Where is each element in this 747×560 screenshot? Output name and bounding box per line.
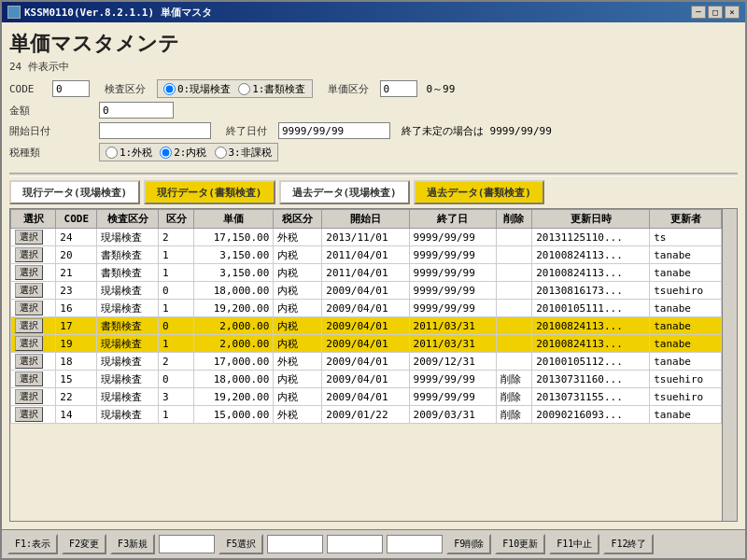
fn-btn-1[interactable]: F2変更 [62, 534, 106, 554]
cell-select[interactable]: 選択 [11, 300, 56, 317]
fn-input-6[interactable] [327, 535, 383, 553]
cell-shuryo: 9999/99/99 [409, 229, 496, 246]
cell-tanka: 3,150.00 [194, 264, 274, 282]
form-row-4: 税種類 1:外税 2:内税 3:非課税 [9, 143, 738, 161]
th-選択: 選択 [11, 210, 56, 229]
select-button-7[interactable]: 選択 [15, 354, 43, 369]
cell-kensa: 現場検査 [97, 229, 159, 246]
fn-btn-4[interactable]: F5選択 [218, 534, 263, 554]
cell-sakujo [496, 229, 531, 246]
zei-radio-1[interactable]: 1:外税 [106, 146, 152, 160]
fn-btn-11[interactable]: F12終了 [603, 534, 654, 554]
cell-koushin: 20100105112... [532, 353, 650, 371]
fn-input-7[interactable] [387, 535, 443, 553]
fn-input-3[interactable] [159, 535, 215, 553]
kinnaku-input[interactable] [99, 102, 174, 119]
select-button-4[interactable]: 選択 [15, 301, 43, 315]
maximize-button[interactable]: □ [708, 6, 723, 19]
cell-kensa: 現場検査 [97, 282, 159, 300]
cell-select[interactable]: 選択 [11, 388, 56, 406]
action-btn-3[interactable]: 過去データ(書類検査) [414, 180, 544, 204]
action-btn-0[interactable]: 現行データ(現場検査) [9, 180, 140, 204]
bottom-bar: F1:表示F2変更F3新規F5選択F9削除F10更新F11中止F12終了 [2, 529, 745, 558]
cell-shuryo: 9999/99/99 [409, 300, 496, 317]
cell-select[interactable]: 選択 [11, 317, 56, 335]
cell-select[interactable]: 選択 [11, 371, 56, 388]
cell-select[interactable]: 選択 [11, 229, 56, 246]
cell-select[interactable]: 選択 [11, 264, 56, 282]
cell-kaishi: 2011/04/01 [322, 264, 409, 282]
select-button-5[interactable]: 選択 [15, 318, 43, 333]
zei-radio-3[interactable]: 3:非課税 [215, 146, 272, 160]
fn-input-5[interactable] [267, 535, 323, 553]
cell-select[interactable]: 選択 [11, 282, 56, 300]
select-button-2[interactable]: 選択 [15, 265, 43, 280]
cell-sakujo [496, 317, 531, 335]
form-area: CODE 検査区分 0:現場検査 1:書類検査 単価区分 0～99 [9, 79, 738, 165]
cell-zei: 外税 [274, 229, 322, 246]
kaishi-input[interactable] [99, 122, 211, 139]
cell-select[interactable]: 選択 [11, 406, 56, 424]
cell-sha: tanabe [650, 335, 722, 353]
cell-kensa: 現場検査 [97, 406, 159, 424]
cell-koushin: 20130816173... [532, 282, 650, 300]
cell-tanka: 3,150.00 [194, 246, 274, 264]
select-button-9[interactable]: 選択 [15, 389, 43, 404]
cell-shuryo: 2009/12/31 [409, 353, 496, 371]
code-input[interactable] [52, 80, 90, 97]
scrollbar[interactable] [722, 209, 737, 521]
select-button-0[interactable]: 選択 [15, 230, 43, 245]
cell-kubun: 2 [158, 353, 193, 371]
select-button-10[interactable]: 選択 [15, 407, 43, 422]
kaishi-label: 開始日付 [9, 124, 93, 138]
action-btn-1[interactable]: 現行データ(書類検査) [144, 180, 275, 204]
action-buttons-row: 現行データ(現場検査)現行データ(書類検査)過去データ(現場検査)過去データ(書… [9, 180, 738, 204]
minimize-button[interactable]: ─ [691, 6, 706, 19]
cell-select[interactable]: 選択 [11, 335, 56, 353]
cell-zei: 内税 [274, 282, 322, 300]
fn-btn-9[interactable]: F10更新 [495, 534, 545, 554]
select-button-6[interactable]: 選択 [15, 336, 43, 351]
code-label: CODE [9, 83, 47, 95]
cell-koushin: 20100824113... [532, 335, 650, 353]
cell-sakujo: 削除 [496, 406, 531, 424]
tanka-input[interactable] [380, 80, 417, 97]
cell-kubun: 1 [158, 300, 193, 317]
select-button-8[interactable]: 選択 [15, 371, 43, 386]
table-scroll[interactable]: 選択CODE検査区分区分単価税区分開始日終了日削除更新日時更新者 選択24現場検… [10, 209, 722, 521]
cell-zei: 内税 [274, 300, 322, 317]
table-row: 選択15現場検査018,000.00内税2009/04/019999/99/99… [11, 371, 722, 388]
cell-shuryo: 9999/99/99 [409, 246, 496, 264]
cell-select[interactable]: 選択 [11, 246, 56, 264]
select-button-1[interactable]: 選択 [15, 247, 43, 262]
table-row: 選択20書類検査13,150.00内税2011/04/019999/99/992… [11, 246, 722, 264]
app-icon [7, 6, 21, 19]
table-body: 選択24現場検査217,150.00外税2013/11/019999/99/99… [11, 229, 722, 424]
th-区分: 区分 [158, 210, 193, 229]
data-table: 選択CODE検査区分区分単価税区分開始日終了日削除更新日時更新者 選択24現場検… [10, 209, 722, 424]
kinnaku-label: 金額 [9, 104, 93, 118]
zei-radio-2[interactable]: 2:内税 [160, 146, 206, 160]
cell-tanka: 19,200.00 [194, 300, 274, 317]
form-row-2: 金額 [9, 102, 738, 119]
shuryo-input[interactable] [278, 122, 390, 139]
kensa-radio-0[interactable]: 0:現場検査 [163, 82, 231, 96]
cell-sha: tanabe [650, 300, 722, 317]
fn-btn-8[interactable]: F9削除 [446, 534, 491, 554]
cell-zei: 内税 [274, 388, 322, 406]
table-row: 選択18現場検査217,000.00外税2009/04/012009/12/31… [11, 353, 722, 371]
cell-shuryo: 2011/03/31 [409, 335, 496, 353]
cell-kensa: 書類検査 [97, 246, 159, 264]
cell-tanka: 2,000.00 [194, 317, 274, 335]
fn-btn-10[interactable]: F11中止 [549, 534, 599, 554]
cell-code: 20 [56, 246, 97, 264]
fn-btn-2[interactable]: F3新規 [110, 534, 155, 554]
fn-btn-0[interactable]: F1:表示 [7, 534, 58, 554]
select-button-3[interactable]: 選択 [15, 283, 43, 298]
action-btn-2[interactable]: 過去データ(現場検査) [279, 180, 410, 204]
cell-zei: 内税 [274, 371, 322, 388]
kensa-radio-1[interactable]: 1:書類検査 [238, 82, 305, 96]
close-button[interactable]: × [725, 6, 740, 19]
cell-kubun: 1 [158, 246, 193, 264]
cell-select[interactable]: 選択 [11, 353, 56, 371]
